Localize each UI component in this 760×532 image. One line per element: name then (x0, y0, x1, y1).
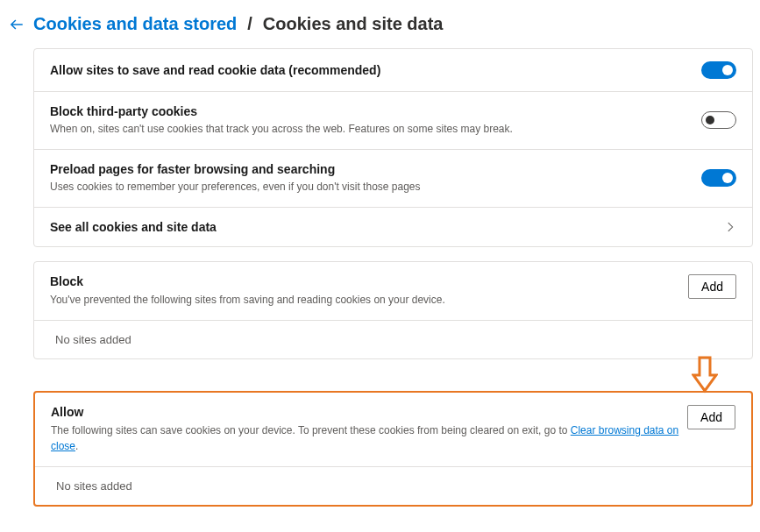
block-third-party-toggle[interactable] (701, 111, 736, 129)
block-third-party-title: Block third-party cookies (50, 104, 701, 118)
allow-cookies-row: Allow sites to save and read cookie data… (34, 49, 752, 92)
breadcrumb-parent-link[interactable]: Cookies and data stored (33, 14, 237, 34)
chevron-right-icon (724, 221, 736, 233)
allow-cookies-title: Allow sites to save and read cookie data… (50, 63, 701, 77)
back-arrow-icon[interactable] (9, 17, 25, 32)
breadcrumb-separator: / (247, 14, 252, 34)
allow-cookies-toggle[interactable] (701, 61, 736, 79)
allow-section-header: Allow The following sites can save cooki… (35, 393, 751, 467)
breadcrumb: Cookies and data stored / Cookies and si… (0, 14, 760, 34)
allow-desc-prefix: The following sites can save cookies on … (51, 424, 571, 436)
preload-subtitle: Uses cookies to remember your preference… (50, 180, 701, 195)
block-section-title: Block (50, 274, 688, 288)
preload-toggle[interactable] (701, 169, 736, 187)
block-add-button[interactable]: Add (688, 274, 736, 299)
settings-card: Allow sites to save and read cookie data… (33, 48, 753, 247)
block-third-party-subtitle: When on, sites can't use cookies that tr… (50, 122, 701, 137)
annotation-down-arrow-icon (692, 356, 718, 394)
allow-add-button[interactable]: Add (687, 405, 735, 429)
block-section-desc: You've prevented the following sites fro… (50, 292, 688, 308)
allow-section-title: Allow (51, 405, 687, 419)
preload-title: Preload pages for faster browsing and se… (50, 162, 701, 176)
block-section-header: Block You've prevented the following sit… (34, 262, 752, 321)
allow-desc-suffix: . (75, 440, 78, 452)
see-all-cookies-title: See all cookies and site data (50, 220, 724, 234)
annotation-arrow-wrap (33, 352, 753, 396)
breadcrumb-current: Cookies and site data (263, 14, 444, 34)
block-section-card: Block You've prevented the following sit… (33, 261, 753, 359)
see-all-cookies-row[interactable]: See all cookies and site data (34, 208, 752, 246)
block-third-party-row: Block third-party cookies When on, sites… (34, 92, 752, 150)
allow-section-desc: The following sites can save cookies on … (51, 422, 687, 454)
allow-section-highlight: Allow The following sites can save cooki… (33, 391, 753, 507)
preload-row: Preload pages for faster browsing and se… (34, 150, 752, 208)
allow-empty-state: No sites added (35, 467, 751, 505)
